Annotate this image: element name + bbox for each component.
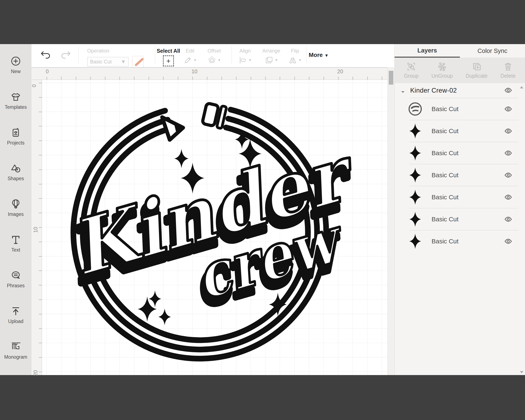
layer-label: Basic Cut [431,238,459,245]
horizontal-ruler: 0 10 20 [42,67,387,80]
sidebar-item-label: Projects [7,140,24,146]
layer-group-row[interactable]: ⌄ Kinder Crew-02 [394,83,525,98]
visibility-eye-icon[interactable] [504,194,512,200]
layer-row[interactable]: Basic Cut [394,230,525,252]
offset-button[interactable]: Offset ▼ [203,48,226,65]
delete-button[interactable]: Delete [500,62,516,79]
tab-layers[interactable]: Layers [394,44,460,57]
panel-tabs: Layers Color Sync [394,44,525,57]
sidebar-item-text[interactable]: Text [0,225,31,261]
flip-icon [288,56,297,65]
material-color-swatch[interactable] [132,56,144,68]
offset-label: Offset [207,48,221,54]
visibility-eye-icon[interactable] [504,216,512,222]
sidebar-item-label: Templates [5,104,27,110]
layer-row[interactable]: Basic Cut [394,98,525,120]
sidebar-item-shapes[interactable]: Shapes [0,154,31,190]
layer-row[interactable]: Basic Cut [394,208,525,230]
chevron-down-icon: ▼ [275,58,278,62]
ruler-mark: 20 [33,370,39,376]
sidebar-item-label: Upload [8,318,24,324]
pencil-eraser [202,103,227,129]
tab-label: Color Sync [478,47,507,54]
row-divider [409,98,519,98]
ruler-corner [31,67,42,80]
visibility-eye-icon[interactable] [504,128,512,134]
shapes-icon [10,163,21,174]
tshirt-icon [10,91,21,102]
arrange-label: Arrange [262,48,280,54]
sidebar-item-images[interactable]: Images [0,190,31,225]
ruler-mark: 10 [33,227,39,233]
layer-actions-bar: Group UnGroup Duplicate [394,57,525,83]
undo-button[interactable] [40,50,51,60]
select-all-label: Select All [157,48,180,54]
visibility-eye-icon[interactable] [504,172,512,178]
layer-thumbnail-star [408,210,423,228]
balloon-icon [10,198,21,209]
align-icon [238,56,247,65]
layer-row[interactable]: Basic Cut [394,186,525,208]
row-divider [409,208,519,208]
layer-thumbnail-star [408,144,423,162]
visibility-eye-icon[interactable] [504,106,512,112]
ungroup-button[interactable]: UnGroup [431,62,453,79]
duplicate-button[interactable]: Duplicate [466,62,488,79]
visibility-eye-icon[interactable] [504,238,512,244]
scrollbar-thumb[interactable] [389,71,393,85]
toolbar-divider [306,47,306,64]
design-canvas[interactable]: Kinder Kinder crew crew [42,80,387,375]
layer-label: Basic Cut [431,128,459,135]
align-label: Align [239,48,251,54]
chevron-down-icon: ▼ [217,58,221,62]
operation-value: Basic Cut [90,59,112,65]
flip-label: Flip [291,48,299,54]
layer-row[interactable]: Basic Cut [394,120,525,142]
sidebar-item-upload[interactable]: Upload [0,297,31,333]
left-sidebar: New Templates Projects Shapes Images [0,44,31,375]
toolbar-divider [78,47,79,64]
layer-row[interactable]: Basic Cut [394,164,525,186]
redo-button[interactable] [60,50,71,60]
sidebar-item-label: Shapes [8,176,24,181]
visibility-eye-icon[interactable] [504,87,512,93]
sidebar-item-phrases[interactable]: Phrases [0,261,31,297]
layer-thumbnail-star [408,188,423,206]
arrange-button[interactable]: Arrange ▼ [259,48,284,65]
ungroup-icon [437,62,447,71]
sidebar-item-label: Images [8,212,24,217]
align-button[interactable]: Align ▼ [234,48,257,65]
toolbar-divider [232,47,232,64]
select-all-icon: + [163,56,174,66]
flip-button[interactable]: Flip ▼ [285,48,306,65]
sidebar-item-label: New [11,69,21,74]
sidebar-item-projects[interactable]: Projects [0,118,31,154]
pencil-tip [162,117,183,140]
operation-dropdown[interactable]: Basic Cut ▼ [87,57,129,66]
chevron-down-icon: ▼ [324,53,329,58]
more-button[interactable]: More▼ [309,52,329,58]
canvas-vertical-scrollbar[interactable] [387,67,394,375]
sidebar-item-monogram[interactable]: Monogram [0,333,31,368]
more-label: More [309,52,323,58]
edit-button[interactable]: Edit ▼ [178,48,202,65]
tab-color-sync[interactable]: Color Sync [460,44,525,57]
layer-row[interactable]: Basic Cut [394,142,525,164]
ruler-mark: 0 [31,84,37,87]
sidebar-item-new[interactable]: New [0,47,31,83]
pencil-swatch-icon [134,57,144,66]
layer-thumbnail-star [408,233,423,250]
visibility-eye-icon[interactable] [504,150,512,156]
layer-label: Basic Cut [431,149,459,157]
action-label: UnGroup [431,73,453,79]
select-all-button[interactable]: Select All + [156,48,181,66]
group-button[interactable]: Group [404,62,419,79]
sidebar-item-templates[interactable]: Templates [0,83,31,118]
action-label: Duplicate [466,73,488,79]
panel-scroll-down-icon[interactable] [520,371,523,373]
ruler-mark: 20 [337,68,343,75]
kinder-crew-artwork[interactable]: Kinder Kinder crew crew [42,80,387,375]
chevron-down-icon[interactable]: ⌄ [400,88,405,93]
sidebar-item-label: Monogram [4,354,27,360]
undo-icon [40,50,51,60]
